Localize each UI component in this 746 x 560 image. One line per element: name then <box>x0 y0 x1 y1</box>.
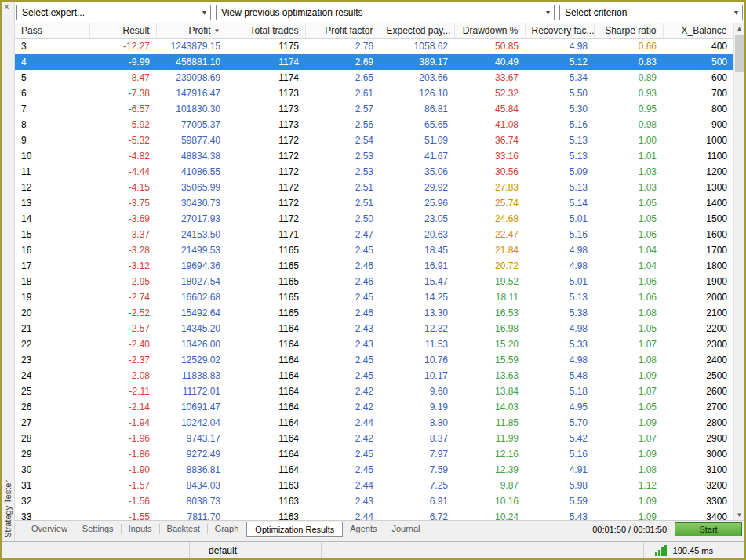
table-row[interactable]: 24-2.0811838.8311642.4510.1713.635.481.0… <box>15 368 733 384</box>
tab-inputs[interactable]: Inputs <box>122 524 160 534</box>
table-cell: 19694.36 <box>156 258 227 274</box>
table-row[interactable]: 17-3.1219694.3611652.4616.9120.724.981.0… <box>15 258 733 274</box>
table-cell: 12.39 <box>454 462 525 478</box>
table-row[interactable]: 25-2.1111172.0111642.429.6013.845.181.07… <box>15 384 733 399</box>
profile-section[interactable]: default <box>190 542 322 558</box>
table-cell: 1172 <box>227 180 305 195</box>
table-cell: 22 <box>15 336 89 352</box>
tab-settings[interactable]: Settings <box>75 524 122 534</box>
table-cell: 1.09 <box>594 509 663 520</box>
column-header-x-balance[interactable]: X_Balance <box>663 23 733 38</box>
column-header-result[interactable]: Result <box>89 23 156 38</box>
table-row[interactable]: 21-2.5714345.2011642.4312.3216.984.981.0… <box>15 321 733 336</box>
table-cell: -3.75 <box>89 195 156 211</box>
table-row[interactable]: 13-3.7530430.7311722.5125.9625.745.141.0… <box>15 195 733 211</box>
table-row[interactable]: 31-1.578434.0311632.447.259.875.981.1232… <box>15 478 733 493</box>
tab-overview[interactable]: Overview <box>24 524 75 534</box>
table-cell: 14345.20 <box>156 321 227 336</box>
table-cell: 1.07 <box>594 336 663 352</box>
table-row[interactable]: 14-3.6927017.9311722.5023.0524.685.011.0… <box>15 211 733 227</box>
tab-agents[interactable]: Agents <box>343 524 384 534</box>
table-cell: 7811.70 <box>156 509 227 520</box>
table-cell: 1172 <box>227 195 305 211</box>
table-cell: -8.47 <box>89 70 156 85</box>
tab-backtest[interactable]: Backtest <box>160 524 208 534</box>
tab-journal[interactable]: Journal <box>384 524 428 534</box>
column-header-total-trades[interactable]: Total trades <box>227 23 305 38</box>
table-cell: 14.25 <box>380 289 454 305</box>
start-button[interactable]: Start <box>675 522 742 536</box>
criterion-select[interactable]: Select criterion ▾ <box>559 5 743 20</box>
table-cell: 2500 <box>663 368 733 384</box>
table-cell: 24.68 <box>454 211 525 227</box>
sort-desc-icon: ▼ <box>214 27 220 35</box>
column-header-sharpe-ratio[interactable]: Sharpe ratio <box>594 23 663 38</box>
tabs-right-controls: 00:01:50 / 00:01:50 Start <box>592 522 744 536</box>
table-cell: 20.63 <box>380 227 454 242</box>
table-row[interactable]: 8-5.9277005.3711732.5665.6541.085.160.98… <box>15 117 733 133</box>
column-header-profit-factor[interactable]: Profit factor <box>305 23 380 38</box>
optimization-results-select-value: View previous optimization results <box>221 7 363 18</box>
column-header-recovery-fac[interactable]: Recovery fac... <box>525 23 594 38</box>
scroll-up-icon[interactable]: ▲ <box>734 23 744 34</box>
table-cell: 1165 <box>227 305 305 321</box>
tab-graph[interactable]: Graph <box>208 524 247 534</box>
table-row[interactable]: 30-1.908836.8111642.457.5912.394.911.083… <box>15 462 733 478</box>
table-row[interactable]: 33-1.557811.7011632.446.7210.245.431.093… <box>15 509 733 520</box>
table-row[interactable]: 27-1.9410242.0411642.448.8011.855.701.09… <box>15 415 733 431</box>
table-row[interactable]: 5-8.47239098.6911742.65203.6633.675.340.… <box>15 70 733 85</box>
table-cell: 2.51 <box>305 195 380 211</box>
table-cell: 13.63 <box>454 368 525 384</box>
table-cell: 5.70 <box>525 415 594 431</box>
table-row[interactable]: 6-7.38147916.4711732.61126.1052.325.500.… <box>15 85 733 101</box>
table-row[interactable]: 9-5.3259877.4011722.5451.0936.745.131.00… <box>15 133 733 148</box>
close-icon[interactable]: × <box>4 2 9 12</box>
table-cell: 4.98 <box>525 38 594 54</box>
table-row[interactable]: 29-1.869272.4911642.457.9712.165.161.093… <box>15 446 733 462</box>
table-cell: 1200 <box>663 164 733 180</box>
chevron-down-icon: ▾ <box>202 9 206 16</box>
expert-select[interactable]: Select expert... ▾ <box>16 5 211 20</box>
table-row[interactable]: 32-1.568038.7311632.436.9110.165.591.093… <box>15 493 733 509</box>
scrollbar-track[interactable] <box>734 34 744 509</box>
table-cell: 2800 <box>663 415 733 431</box>
optimization-results-select[interactable]: View previous optimization results ▾ <box>216 5 555 20</box>
table-cell: 9.60 <box>380 384 454 399</box>
column-header-drawdown[interactable]: Drawdown % <box>454 23 525 38</box>
table-row[interactable]: 12-4.1535065.9911722.5129.9227.835.131.0… <box>15 180 733 195</box>
connection-section[interactable]: 190.45 ms <box>643 542 744 558</box>
table-cell: 5.01 <box>525 274 594 289</box>
table-row[interactable]: 20-2.5215492.6411652.4613.3016.535.381.0… <box>15 305 733 321</box>
column-header-profit[interactable]: Profit▼ <box>156 23 227 38</box>
chevron-down-icon: ▾ <box>734 9 738 16</box>
table-row[interactable]: 18-2.9518027.5411652.4615.4719.525.011.0… <box>15 274 733 289</box>
table-row[interactable]: 11-4.4441086.5511722.5335.0630.565.091.0… <box>15 164 733 180</box>
table-row[interactable]: 15-3.3724153.5011712.4720.6322.475.161.0… <box>15 227 733 242</box>
table-row[interactable]: 28-1.969743.1711642.428.3711.995.421.072… <box>15 431 733 446</box>
scroll-down-icon[interactable]: ▼ <box>734 509 744 520</box>
scrollbar-thumb[interactable] <box>735 35 744 72</box>
tab-optimization-results[interactable]: Optimization Results <box>246 522 343 537</box>
table-row[interactable]: 23-2.3712529.0211642.4510.7615.594.981.0… <box>15 352 733 368</box>
table-row[interactable]: 26-2.1410691.4711642.429.1914.034.951.05… <box>15 399 733 415</box>
table-cell: 126.10 <box>380 85 454 101</box>
table-row[interactable]: 19-2.7416602.6811652.4514.2518.115.131.0… <box>15 289 733 305</box>
table-row[interactable]: 4-9.99456881.1011742.69389.1740.495.120.… <box>15 54 733 70</box>
vertical-scrollbar[interactable]: ▲ ▼ <box>733 23 744 520</box>
table-row[interactable]: 7-6.57101830.3011732.5786.8145.845.300.9… <box>15 101 733 117</box>
table-row[interactable]: 3-12.271243879.1511752.761058.6250.854.9… <box>15 38 733 54</box>
table-cell: 5.33 <box>525 336 594 352</box>
table-row[interactable]: 22-2.4013426.0011642.4311.5315.205.331.0… <box>15 336 733 352</box>
column-header-pass[interactable]: Pass <box>15 23 89 38</box>
column-header-expected-pay[interactable]: Expected pay... <box>380 23 454 38</box>
table-cell: 5.38 <box>525 305 594 321</box>
table-row[interactable]: 16-3.2821499.5311652.4518.4521.844.981.0… <box>15 242 733 258</box>
table-row[interactable]: 10-4.8248834.3811722.5341.6733.165.131.0… <box>15 148 733 164</box>
table-cell: 15.47 <box>380 274 454 289</box>
table-cell: 31 <box>15 478 89 493</box>
table-cell: 20 <box>15 305 89 321</box>
table-cell: 18027.54 <box>156 274 227 289</box>
table-cell: 5.13 <box>525 180 594 195</box>
table-cell: 10.17 <box>380 368 454 384</box>
table-cell: 5.13 <box>525 133 594 148</box>
